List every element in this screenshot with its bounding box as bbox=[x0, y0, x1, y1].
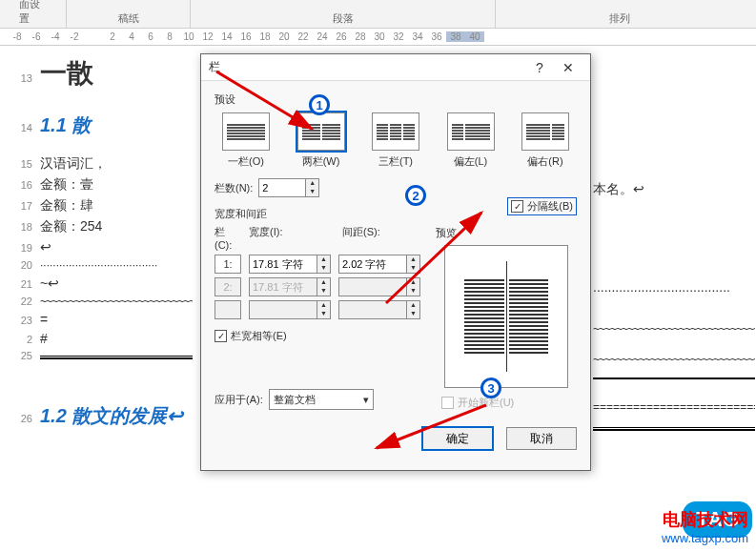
watermark: 电脑技术网 www.tagxp.com bbox=[662, 508, 748, 545]
preview-pane bbox=[444, 245, 568, 388]
new-column-checkbox: 开始新栏(U) bbox=[441, 396, 577, 410]
line-number: 13 bbox=[0, 72, 40, 84]
close-button[interactable]: ✕ bbox=[554, 60, 582, 75]
line-number: 21 bbox=[0, 278, 40, 290]
horizontal-ruler[interactable]: -8-6-4-224681012141618202224262830323436… bbox=[0, 29, 756, 46]
column-count-input[interactable] bbox=[259, 179, 305, 196]
preset-two-columns[interactable]: 两栏(W) bbox=[290, 112, 353, 169]
ribbon-group-paper[interactable]: 稿纸 bbox=[67, 0, 191, 28]
apply-to-combo[interactable]: 整篇文档▾ bbox=[269, 389, 374, 410]
line-number: 19 bbox=[0, 242, 40, 254]
heading-1[interactable]: 一散 bbox=[40, 55, 193, 92]
column-count-label: 栏数(N): bbox=[215, 181, 253, 195]
preset-left[interactable]: 偏左(L) bbox=[439, 112, 502, 169]
spin-up-icon[interactable]: ▲ bbox=[306, 179, 318, 188]
line-number: 18 bbox=[0, 221, 40, 233]
columns-dialog: 栏 ? ✕ 预设 一栏(O) 两栏(W) 三栏(T) 偏左(L) 偏右(R) 栏… bbox=[200, 53, 591, 471]
ribbon-group-paragraph[interactable]: 段落 bbox=[191, 0, 496, 28]
ok-button[interactable]: 确定 bbox=[422, 427, 493, 450]
chevron-down-icon: ▾ bbox=[363, 394, 369, 406]
column-count-spinner[interactable]: ▲▼ bbox=[258, 178, 319, 197]
line-number: 25 bbox=[0, 350, 40, 361]
body-text[interactable]: 本名。↩ bbox=[593, 181, 644, 198]
body-text[interactable]: 金额：壹 bbox=[40, 176, 193, 194]
heading-2[interactable]: 1.1 散 bbox=[40, 112, 193, 138]
body-text[interactable]: 金额：254 bbox=[40, 218, 193, 235]
spin-down-icon[interactable]: ▼ bbox=[306, 188, 318, 196]
col-index-2: 2: bbox=[215, 277, 241, 296]
preset-one-column[interactable]: 一栏(O) bbox=[215, 112, 277, 169]
presets-row: 一栏(O) 两栏(W) 三栏(T) 偏左(L) 偏右(R) bbox=[215, 112, 577, 169]
heading-2[interactable]: 1.2 散文的发展↩ bbox=[40, 403, 183, 429]
col2-width-spinner: ▲▼ bbox=[249, 277, 331, 296]
equal-width-checkbox[interactable]: ✓栏宽相等(E) bbox=[215, 329, 424, 343]
line-number: 20 bbox=[0, 259, 40, 271]
col2-gap-spinner: ▲▼ bbox=[338, 277, 420, 296]
line-number: 26 bbox=[0, 413, 40, 424]
col1-width-spinner[interactable]: ▲▼ bbox=[249, 255, 331, 274]
line-number: 16 bbox=[0, 179, 40, 191]
help-button[interactable]: ? bbox=[525, 60, 554, 75]
separator-checkbox[interactable]: ✓分隔线(B) bbox=[507, 197, 577, 215]
col-index-1: 1: bbox=[215, 255, 241, 274]
line-number: 14 bbox=[0, 122, 40, 133]
line-number: 23 bbox=[0, 315, 40, 326]
dialog-title: 栏 bbox=[209, 59, 525, 75]
line-number: 15 bbox=[0, 158, 40, 170]
body-text[interactable]: 汉语词汇， bbox=[40, 155, 193, 173]
line-number: 22 bbox=[0, 296, 40, 307]
col1-gap-spinner[interactable]: ▲▼ bbox=[338, 255, 420, 274]
ribbon: 面设置 稿纸 段落 排列 bbox=[0, 0, 756, 29]
apply-to-label: 应用于(A): bbox=[215, 393, 263, 407]
line-number: 2 bbox=[0, 334, 40, 345]
preset-right[interactable]: 偏右(R) bbox=[514, 112, 577, 169]
preview-label: 预览 bbox=[436, 226, 457, 240]
width-spacing-label: 宽度和间距 bbox=[215, 207, 424, 221]
ribbon-group-page-setup[interactable]: 面设置 bbox=[0, 0, 67, 28]
line-number: 17 bbox=[0, 200, 40, 212]
presets-label: 预设 bbox=[215, 92, 577, 107]
preset-three-columns[interactable]: 三栏(T) bbox=[364, 112, 427, 169]
cancel-button[interactable]: 取消 bbox=[506, 427, 577, 450]
dialog-titlebar[interactable]: 栏 ? ✕ bbox=[201, 54, 590, 81]
body-text[interactable]: 金额：肆 bbox=[40, 197, 193, 214]
ribbon-group-arrange[interactable]: 排列 bbox=[496, 0, 744, 28]
